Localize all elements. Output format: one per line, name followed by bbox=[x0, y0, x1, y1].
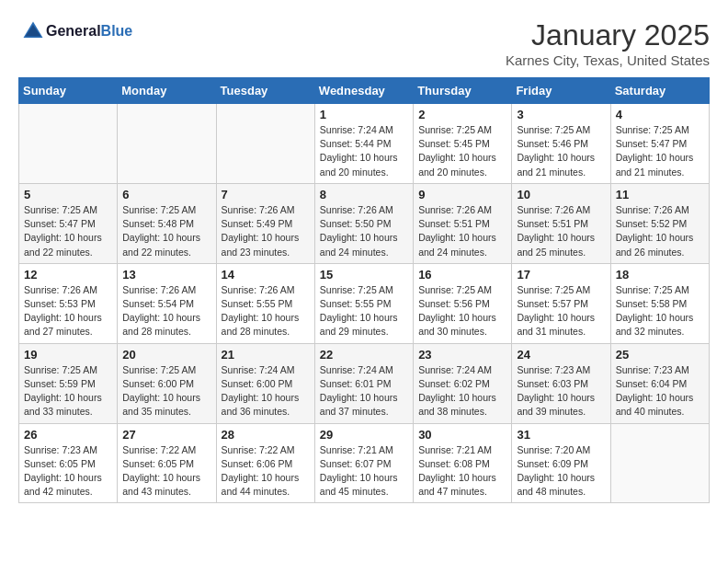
day-info: Sunrise: 7:26 AM Sunset: 5:50 PM Dayligh… bbox=[320, 203, 408, 259]
logo-icon bbox=[20, 18, 46, 44]
day-info: Sunrise: 7:23 AM Sunset: 6:03 PM Dayligh… bbox=[517, 363, 605, 419]
location-title: Karnes City, Texas, United States bbox=[506, 52, 710, 68]
weekday-header-tuesday: Tuesday bbox=[216, 78, 314, 104]
calendar-cell: 16Sunrise: 7:25 AM Sunset: 5:56 PM Dayli… bbox=[414, 263, 512, 343]
day-number: 9 bbox=[418, 188, 506, 201]
calendar-cell: 31Sunrise: 7:20 AM Sunset: 6:09 PM Dayli… bbox=[512, 423, 610, 503]
weekday-header-friday: Friday bbox=[512, 78, 610, 104]
calendar-cell: 9Sunrise: 7:26 AM Sunset: 5:51 PM Daylig… bbox=[414, 183, 512, 263]
day-number: 2 bbox=[418, 108, 506, 121]
day-number: 17 bbox=[517, 268, 605, 282]
calendar-cell: 13Sunrise: 7:26 AM Sunset: 5:54 PM Dayli… bbox=[118, 263, 216, 343]
calendar-cell: 8Sunrise: 7:26 AM Sunset: 5:50 PM Daylig… bbox=[314, 183, 413, 263]
day-number: 12 bbox=[24, 268, 112, 282]
day-number: 5 bbox=[24, 188, 112, 201]
week-row-2: 5Sunrise: 7:25 AM Sunset: 5:47 PM Daylig… bbox=[19, 183, 710, 263]
day-number: 30 bbox=[418, 428, 506, 442]
weekday-header-saturday: Saturday bbox=[610, 78, 709, 104]
day-number: 10 bbox=[517, 188, 605, 201]
day-number: 7 bbox=[222, 188, 310, 201]
day-info: Sunrise: 7:25 AM Sunset: 5:45 PM Dayligh… bbox=[418, 123, 506, 179]
day-info: Sunrise: 7:24 AM Sunset: 6:00 PM Dayligh… bbox=[222, 363, 310, 419]
calendar-cell: 26Sunrise: 7:23 AM Sunset: 6:05 PM Dayli… bbox=[19, 423, 118, 503]
day-number: 3 bbox=[517, 108, 605, 121]
day-info: Sunrise: 7:22 AM Sunset: 6:06 PM Dayligh… bbox=[222, 443, 310, 500]
day-info: Sunrise: 7:26 AM Sunset: 5:51 PM Dayligh… bbox=[517, 203, 605, 259]
day-info: Sunrise: 7:21 AM Sunset: 6:08 PM Dayligh… bbox=[418, 443, 506, 500]
weekday-header-row: SundayMondayTuesdayWednesdayThursdayFrid… bbox=[19, 78, 710, 104]
day-number: 20 bbox=[122, 348, 210, 362]
day-number: 21 bbox=[222, 348, 310, 362]
calendar-cell: 1Sunrise: 7:24 AM Sunset: 5:44 PM Daylig… bbox=[314, 104, 413, 184]
calendar-cell: 24Sunrise: 7:23 AM Sunset: 6:03 PM Dayli… bbox=[512, 343, 610, 423]
calendar-cell bbox=[118, 104, 216, 184]
day-info: Sunrise: 7:26 AM Sunset: 5:53 PM Dayligh… bbox=[24, 283, 112, 339]
calendar-cell: 2Sunrise: 7:25 AM Sunset: 5:45 PM Daylig… bbox=[414, 104, 512, 184]
day-number: 15 bbox=[320, 268, 408, 282]
calendar-cell: 10Sunrise: 7:26 AM Sunset: 5:51 PM Dayli… bbox=[512, 183, 610, 263]
day-info: Sunrise: 7:26 AM Sunset: 5:54 PM Dayligh… bbox=[122, 283, 210, 339]
logo-blue: Blue bbox=[101, 23, 133, 39]
month-title: January 2025 bbox=[506, 18, 710, 52]
calendar-cell: 18Sunrise: 7:25 AM Sunset: 5:58 PM Dayli… bbox=[610, 263, 709, 343]
day-info: Sunrise: 7:22 AM Sunset: 6:05 PM Dayligh… bbox=[122, 443, 210, 500]
day-number: 14 bbox=[222, 268, 310, 282]
day-number: 8 bbox=[320, 188, 408, 201]
weekday-header-thursday: Thursday bbox=[414, 78, 512, 104]
day-number: 29 bbox=[320, 428, 408, 442]
calendar-cell: 4Sunrise: 7:25 AM Sunset: 5:47 PM Daylig… bbox=[610, 104, 709, 184]
day-info: Sunrise: 7:25 AM Sunset: 5:57 PM Dayligh… bbox=[517, 283, 605, 339]
day-info: Sunrise: 7:26 AM Sunset: 5:49 PM Dayligh… bbox=[222, 203, 310, 259]
weekday-header-sunday: Sunday bbox=[19, 78, 118, 104]
calendar-cell bbox=[216, 104, 314, 184]
day-info: Sunrise: 7:25 AM Sunset: 5:48 PM Dayligh… bbox=[122, 203, 210, 259]
day-number: 18 bbox=[616, 268, 704, 282]
day-info: Sunrise: 7:25 AM Sunset: 5:59 PM Dayligh… bbox=[24, 363, 112, 419]
day-number: 23 bbox=[418, 348, 506, 362]
calendar-cell: 7Sunrise: 7:26 AM Sunset: 5:49 PM Daylig… bbox=[216, 183, 314, 263]
day-info: Sunrise: 7:25 AM Sunset: 6:00 PM Dayligh… bbox=[122, 363, 210, 419]
day-number: 4 bbox=[616, 108, 704, 121]
calendar-cell: 25Sunrise: 7:23 AM Sunset: 6:04 PM Dayli… bbox=[610, 343, 709, 423]
day-number: 6 bbox=[122, 188, 210, 201]
day-info: Sunrise: 7:25 AM Sunset: 5:56 PM Dayligh… bbox=[418, 283, 506, 339]
day-info: Sunrise: 7:25 AM Sunset: 5:58 PM Dayligh… bbox=[616, 283, 704, 339]
calendar-cell bbox=[610, 423, 709, 503]
week-row-5: 26Sunrise: 7:23 AM Sunset: 6:05 PM Dayli… bbox=[19, 423, 710, 503]
day-info: Sunrise: 7:20 AM Sunset: 6:09 PM Dayligh… bbox=[517, 443, 605, 500]
day-number: 19 bbox=[24, 348, 112, 362]
logo-text: GeneralBlue bbox=[46, 23, 132, 40]
day-number: 13 bbox=[122, 268, 210, 282]
calendar-cell: 22Sunrise: 7:24 AM Sunset: 6:01 PM Dayli… bbox=[314, 343, 413, 423]
day-info: Sunrise: 7:23 AM Sunset: 6:04 PM Dayligh… bbox=[616, 363, 704, 419]
day-info: Sunrise: 7:26 AM Sunset: 5:51 PM Dayligh… bbox=[418, 203, 506, 259]
weekday-header-monday: Monday bbox=[118, 78, 216, 104]
day-number: 24 bbox=[517, 348, 605, 362]
day-info: Sunrise: 7:26 AM Sunset: 5:52 PM Dayligh… bbox=[616, 203, 704, 259]
day-number: 22 bbox=[320, 348, 408, 362]
day-info: Sunrise: 7:25 AM Sunset: 5:46 PM Dayligh… bbox=[517, 123, 605, 179]
day-info: Sunrise: 7:25 AM Sunset: 5:47 PM Dayligh… bbox=[24, 203, 112, 259]
day-info: Sunrise: 7:21 AM Sunset: 6:07 PM Dayligh… bbox=[320, 443, 408, 500]
day-number: 16 bbox=[418, 268, 506, 282]
weekday-header-wednesday: Wednesday bbox=[314, 78, 413, 104]
calendar-cell: 28Sunrise: 7:22 AM Sunset: 6:06 PM Dayli… bbox=[216, 423, 314, 503]
day-info: Sunrise: 7:23 AM Sunset: 6:05 PM Dayligh… bbox=[24, 443, 112, 500]
day-info: Sunrise: 7:24 AM Sunset: 6:02 PM Dayligh… bbox=[418, 363, 506, 419]
day-number: 31 bbox=[517, 428, 605, 442]
week-row-1: 1Sunrise: 7:24 AM Sunset: 5:44 PM Daylig… bbox=[19, 104, 710, 184]
calendar-cell: 17Sunrise: 7:25 AM Sunset: 5:57 PM Dayli… bbox=[512, 263, 610, 343]
day-number: 25 bbox=[616, 348, 704, 362]
day-info: Sunrise: 7:24 AM Sunset: 6:01 PM Dayligh… bbox=[320, 363, 408, 419]
calendar-cell: 6Sunrise: 7:25 AM Sunset: 5:48 PM Daylig… bbox=[118, 183, 216, 263]
day-info: Sunrise: 7:24 AM Sunset: 5:44 PM Dayligh… bbox=[320, 123, 408, 179]
page-header: GeneralBlue January 2025 Karnes City, Te… bbox=[18, 18, 710, 68]
calendar-cell: 23Sunrise: 7:24 AM Sunset: 6:02 PM Dayli… bbox=[414, 343, 512, 423]
calendar-cell: 19Sunrise: 7:25 AM Sunset: 5:59 PM Dayli… bbox=[19, 343, 118, 423]
week-row-3: 12Sunrise: 7:26 AM Sunset: 5:53 PM Dayli… bbox=[19, 263, 710, 343]
day-info: Sunrise: 7:26 AM Sunset: 5:55 PM Dayligh… bbox=[222, 283, 310, 339]
day-number: 26 bbox=[24, 428, 112, 442]
day-info: Sunrise: 7:25 AM Sunset: 5:47 PM Dayligh… bbox=[616, 123, 704, 179]
logo-general: General bbox=[46, 23, 101, 39]
title-block: January 2025 Karnes City, Texas, United … bbox=[506, 18, 710, 68]
